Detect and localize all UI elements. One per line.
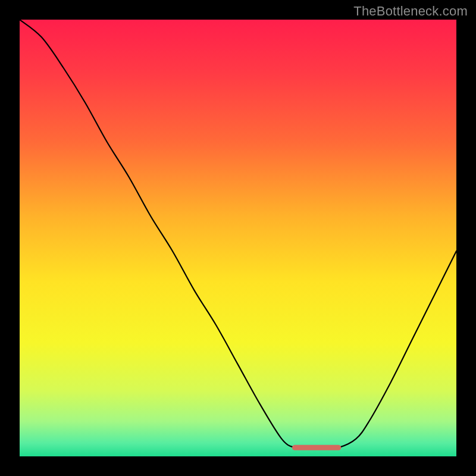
watermark-text: TheBottleneck.com — [353, 4, 468, 19]
plot-area — [20, 20, 456, 456]
chart-frame: TheBottleneck.com — [0, 0, 476, 476]
curve-layer — [20, 20, 456, 456]
bottleneck-curve — [20, 20, 456, 448]
